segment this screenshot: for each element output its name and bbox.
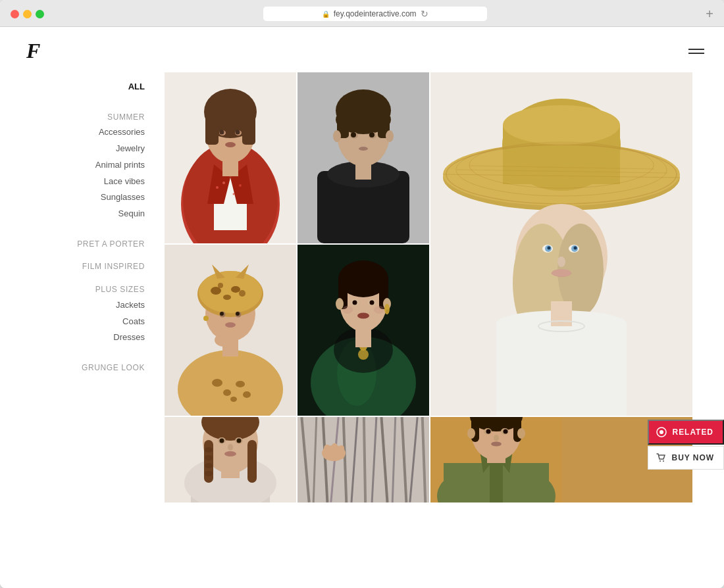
svg-point-18 — [236, 130, 240, 135]
sidebar-item-sunglasses[interactable]: Sunglasses — [13, 189, 145, 206]
hamburger-line-2 — [688, 53, 704, 54]
browser-window: 🔒 fey.qodeinteractive.com ↻ + F ALL SUMM… — [0, 0, 724, 588]
svg-rect-14 — [242, 112, 255, 145]
svg-point-129 — [220, 439, 224, 443]
address-bar: 🔒 fey.qodeinteractive.com ↻ — [52, 7, 698, 21]
svg-point-172 — [659, 430, 663, 434]
svg-point-164 — [517, 428, 525, 439]
svg-point-7 — [222, 182, 225, 184]
svg-point-60 — [552, 269, 571, 277]
sidebar-item-accessories[interactable]: Accessories — [13, 124, 145, 141]
site-logo[interactable]: F — [26, 39, 40, 63]
svg-point-80 — [223, 295, 231, 300]
svg-point-122 — [205, 447, 213, 453]
sidebar-item-film-inspired[interactable]: FILM INSPIRED — [13, 259, 145, 274]
svg-point-78 — [231, 286, 240, 293]
svg-point-123 — [205, 455, 213, 460]
svg-point-90 — [225, 322, 236, 328]
svg-point-32 — [351, 132, 356, 137]
svg-point-98 — [358, 349, 369, 360]
svg-point-36 — [386, 130, 394, 142]
gallery-cell-abstract[interactable] — [297, 417, 429, 502]
site-header: F — [0, 27, 724, 72]
svg-point-9 — [233, 193, 235, 195]
svg-point-70 — [230, 397, 237, 402]
hamburger-menu[interactable] — [688, 49, 704, 54]
sidebar-item-all[interactable]: ALL — [13, 79, 145, 95]
svg-point-170 — [494, 435, 499, 441]
svg-point-59 — [557, 257, 565, 267]
sidebar-item-grunge-look[interactable]: GRUNGE LOOK — [13, 360, 145, 376]
svg-point-34 — [359, 147, 368, 151]
svg-point-131 — [224, 451, 236, 456]
svg-rect-150 — [338, 445, 344, 459]
url-text: fey.qodeinteractive.com — [334, 9, 417, 18]
svg-point-174 — [663, 460, 664, 462]
gallery-cell-straw-hat[interactable] — [430, 72, 692, 416]
sidebar: ALL SUMMER Accessories Jewelry Animal pr… — [0, 72, 165, 588]
sidebar-item-coats[interactable]: Coats — [13, 314, 145, 330]
gallery-cell-red-jacket[interactable] — [165, 72, 296, 243]
svg-point-35 — [333, 130, 341, 142]
gallery-cell-braided[interactable] — [165, 417, 296, 502]
svg-point-67 — [212, 379, 222, 387]
svg-point-130 — [237, 439, 242, 443]
minimize-button[interactable] — [23, 10, 32, 18]
svg-point-173 — [659, 460, 661, 462]
related-button[interactable]: RELATED — [648, 420, 725, 445]
reload-icon[interactable]: ↻ — [421, 9, 428, 19]
gallery-cell-leopard-hat[interactable] — [165, 245, 296, 416]
svg-rect-13 — [205, 112, 219, 145]
svg-point-113 — [374, 306, 384, 314]
fullscreen-button[interactable] — [36, 10, 44, 18]
svg-point-33 — [369, 132, 375, 137]
svg-point-125 — [205, 471, 213, 476]
url-bar[interactable]: 🔒 fey.qodeinteractive.com ↻ — [263, 7, 487, 21]
svg-point-91 — [203, 316, 209, 321]
svg-rect-121 — [247, 440, 257, 483]
svg-point-124 — [205, 463, 213, 468]
svg-rect-120 — [204, 440, 213, 483]
sidebar-item-jackets[interactable]: Jackets — [13, 297, 145, 314]
svg-point-106 — [384, 304, 390, 314]
lock-icon: 🔒 — [322, 11, 330, 18]
svg-point-8 — [239, 184, 242, 187]
svg-point-71 — [243, 391, 251, 398]
sidebar-item-dresses[interactable]: Dresses — [13, 330, 145, 346]
gallery-cell-black-outfit[interactable] — [297, 72, 429, 243]
svg-point-167 — [486, 429, 491, 434]
svg-point-86 — [236, 312, 240, 316]
svg-rect-20 — [222, 157, 238, 176]
browser-chrome: 🔒 fey.qodeinteractive.com ↻ + — [0, 0, 724, 27]
sidebar-item-animal-prints[interactable]: Animal prints — [13, 157, 145, 174]
svg-point-163 — [467, 428, 475, 439]
svg-rect-89 — [222, 334, 226, 343]
close-button[interactable] — [11, 10, 19, 18]
sidebar-item-jewelry[interactable]: Jewelry — [13, 141, 145, 157]
svg-rect-148 — [324, 445, 330, 459]
related-icon — [656, 426, 667, 438]
buy-label: BUY NOW — [672, 453, 715, 462]
svg-rect-149 — [332, 443, 338, 459]
sidebar-item-pret-a-porter[interactable]: PRET A PORTER — [13, 237, 145, 252]
sidebar-item-lace-vibes[interactable]: Lace vibes — [13, 174, 145, 190]
gallery-cell-green-velvet[interactable] — [297, 245, 429, 416]
svg-rect-88 — [217, 335, 221, 343]
svg-point-77 — [218, 283, 223, 288]
sidebar-item-sequin[interactable]: Sequin — [13, 206, 145, 222]
svg-point-19 — [225, 142, 236, 147]
new-tab-button[interactable]: + — [706, 7, 713, 20]
sidebar-item-plus-sizes[interactable]: PLUS SIZES — [13, 282, 145, 297]
buy-now-button[interactable]: BUY NOW — [648, 446, 725, 470]
cart-icon — [655, 452, 667, 464]
svg-point-169 — [491, 442, 502, 447]
svg-point-76 — [211, 287, 221, 295]
hamburger-line-1 — [688, 49, 704, 50]
sidebar-item-summer[interactable]: SUMMER — [13, 110, 145, 125]
main-layout: ALL SUMMER Accessories Jewelry Animal pr… — [0, 72, 724, 588]
svg-rect-155 — [490, 463, 503, 502]
gallery-area: RELATED BUY NOW — [165, 72, 724, 588]
svg-point-110 — [370, 301, 375, 305]
svg-rect-63 — [551, 301, 572, 326]
page-content: F ALL SUMMER Accessories Jewelry Animal … — [0, 27, 724, 588]
